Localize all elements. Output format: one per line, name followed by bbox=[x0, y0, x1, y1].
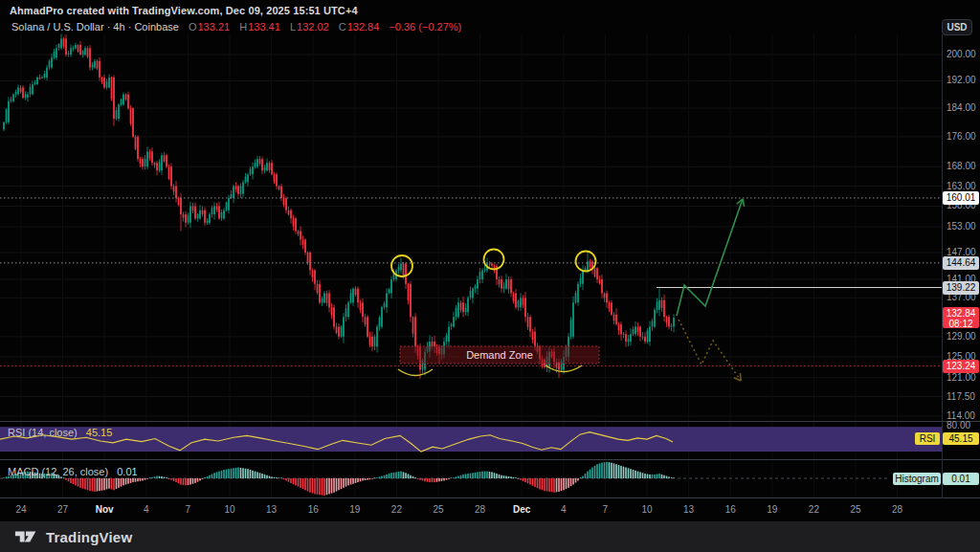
price-tick-label: 192.00 bbox=[947, 76, 978, 85]
open-value: 133.21 bbox=[198, 21, 231, 33]
time-tick-label: 22 bbox=[809, 504, 819, 515]
highlight-circle bbox=[391, 255, 412, 276]
change-value: −0.36 (−0.27%) bbox=[389, 21, 461, 33]
low-value: 132.02 bbox=[297, 21, 329, 33]
macd-value-badge: 0.01 bbox=[943, 473, 979, 485]
tradingview-chart-window: Demand Zone AhmadPro created with Tradin… bbox=[0, 0, 980, 552]
price-tick-label: 200.00 bbox=[947, 50, 978, 59]
time-tick-label: 4 bbox=[561, 504, 567, 515]
time-tick-label: 7 bbox=[603, 504, 609, 515]
chart-canvas[interactable]: Demand Zone bbox=[0, 0, 980, 552]
highlight-arc bbox=[398, 369, 433, 376]
price-tick-label: 117.50 bbox=[947, 392, 978, 402]
demand-zone-label: Demand Zone bbox=[466, 349, 533, 361]
currency-toggle-button[interactable]: USD bbox=[942, 19, 972, 35]
price-tick-label: 184.00 bbox=[947, 103, 978, 113]
price-label-144.64: 144.64 bbox=[943, 256, 979, 270]
price-tick-label: 137.00 bbox=[947, 293, 978, 302]
projection-arrow-down-head bbox=[740, 373, 741, 381]
time-tick-label: 27 bbox=[57, 504, 68, 515]
macd-title-text: MACD (12, 26, close) bbox=[8, 466, 108, 477]
time-tick-label: Dec bbox=[513, 504, 530, 515]
rsi-pane-title: RSI (14, close) 45.15 bbox=[8, 427, 112, 438]
price-tick-label: 176.00 bbox=[947, 132, 978, 142]
price-tick-label: 121.00 bbox=[947, 373, 978, 383]
rsi-scale-tick: 80.00 bbox=[947, 420, 970, 431]
time-tick-label: 13 bbox=[683, 504, 694, 515]
time-tick-label: 7 bbox=[186, 504, 191, 515]
open-label: O bbox=[189, 21, 197, 33]
time-tick-label: 4 bbox=[144, 504, 149, 515]
high-value: 133.41 bbox=[248, 21, 280, 33]
rsi-current-value: 45.15 bbox=[86, 427, 113, 438]
time-tick-label: 28 bbox=[475, 504, 485, 515]
close-label: C bbox=[339, 21, 346, 33]
rsi-title-text: RSI (14, close) bbox=[8, 427, 78, 438]
macd-histogram-badge: Histogram bbox=[893, 473, 941, 485]
price-tick-label: 129.00 bbox=[947, 332, 978, 342]
footer-brand-text[interactable]: TradingView bbox=[46, 529, 132, 545]
time-tick-label: 16 bbox=[308, 504, 319, 515]
time-tick-label: 19 bbox=[767, 504, 777, 515]
high-label: H bbox=[239, 21, 247, 33]
price-label-160.01: 160.01 bbox=[943, 191, 979, 205]
macd-pane-title: MACD (12, 26, close) 0.01 bbox=[8, 466, 138, 477]
time-tick-label: 10 bbox=[641, 504, 652, 515]
price-label-123.24: 123.24 bbox=[943, 360, 979, 373]
macd-current-value: 0.01 bbox=[117, 466, 137, 477]
projection-arrow-up-head bbox=[743, 199, 745, 207]
projection-arrow-down bbox=[679, 320, 741, 381]
time-tick-label: 25 bbox=[850, 504, 860, 515]
close-value: 132.84 bbox=[347, 21, 380, 33]
time-tick-label: 22 bbox=[391, 504, 402, 515]
time-tick-label: 28 bbox=[892, 504, 902, 515]
time-tick-label: 19 bbox=[349, 504, 360, 515]
footer-bar: TradingView bbox=[0, 521, 980, 552]
price-tick-label: 163.00 bbox=[947, 182, 978, 191]
price-tick-label: 168.00 bbox=[947, 162, 978, 171]
time-tick-label: 24 bbox=[15, 504, 26, 515]
symbol-title: Solana / U.S. Dollar · 4h · Coinbase bbox=[11, 21, 179, 33]
symbol-info-row[interactable]: Solana / U.S. Dollar · 4h · Coinbase O13… bbox=[11, 21, 461, 33]
time-tick-label: 10 bbox=[224, 504, 234, 515]
credit-line: AhmadPro created with TradingView.com, D… bbox=[10, 5, 358, 16]
time-tick-label: Nov bbox=[96, 504, 114, 515]
price-label-139.22: 139.22 bbox=[943, 281, 979, 295]
time-tick-label: 13 bbox=[266, 504, 277, 515]
price-tick-label: 153.00 bbox=[947, 222, 978, 232]
tradingview-logo-icon[interactable] bbox=[13, 528, 38, 545]
time-tick-label: 16 bbox=[725, 504, 736, 515]
low-label: L bbox=[290, 21, 296, 33]
rsi-scale-badge: RSI bbox=[915, 432, 940, 445]
rsi-value-badge: 45.15 bbox=[943, 432, 979, 445]
time-tick-label: 25 bbox=[433, 504, 443, 515]
price-label-132.84: 132.8408:12 bbox=[943, 307, 979, 328]
